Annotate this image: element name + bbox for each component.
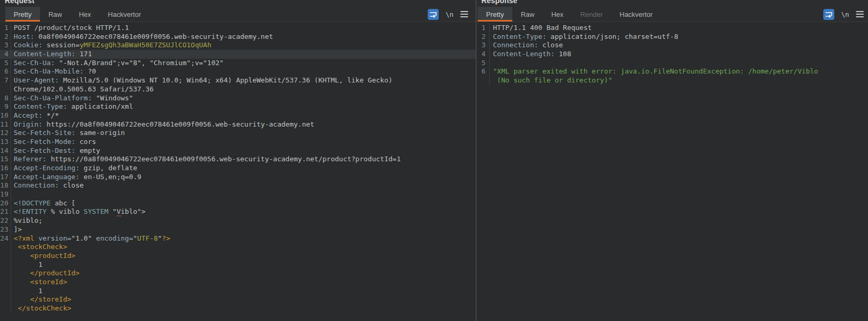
code-line-text: 1: [11, 287, 43, 296]
code-line: 11Origin: https://0a8f0049046722eec07846…: [0, 120, 476, 129]
code-line: 21<!ENTITY % viblo SYSTEM "Viblo">: [0, 208, 476, 216]
line-number: 10: [0, 111, 11, 120]
request-tabs: PrettyRawHexHackvertor: [5, 7, 149, 22]
tab-pretty[interactable]: Pretty: [478, 7, 512, 22]
code-line-text: Content-Type: application/xml: [11, 102, 133, 111]
line-number: 3: [477, 41, 490, 50]
code-line-text: Accept: */*: [11, 111, 59, 120]
response-editor-toolbar: \n: [823, 7, 868, 22]
code-line: 16Accept-Encoding: gzip, deflate: [0, 164, 476, 173]
line-number: 5: [0, 59, 11, 68]
line-number: 2: [0, 33, 11, 42]
code-line: </productId>: [0, 269, 476, 278]
code-line: 7User-Agent: Mozilla/5.0 (Windows NT 10.…: [0, 76, 476, 85]
tab-hex[interactable]: Hex: [70, 7, 99, 22]
code-line-text: Sec-Ch-Ua: "-Not.A/Brand";v="8", "Chromi…: [11, 59, 224, 68]
line-number: [0, 261, 11, 270]
line-number: 4: [0, 50, 11, 59]
request-tab-bar: PrettyRawHexHackvertor \n: [0, 7, 476, 22]
code-line-text: Host: 0a8f0049046722eec078461e009f0056.w…: [11, 33, 273, 42]
word-wrap-icon[interactable]: [428, 9, 439, 20]
code-line: 20<!DOCTYPE abc [: [0, 199, 476, 208]
code-line-text: Sec-Fetch-Mode: cors: [11, 138, 96, 147]
line-number: 7: [0, 76, 11, 85]
code-line-text: "XML parser exited with error: java.io.F…: [490, 67, 818, 76]
line-number: 6: [477, 67, 490, 76]
menu-icon[interactable]: [856, 11, 864, 17]
line-number: [0, 252, 11, 261]
newline-toggle-icon[interactable]: \n: [446, 11, 453, 18]
line-number: [0, 269, 11, 278]
code-line-text: Accept-Language: en-US,en;q=0.9: [11, 173, 142, 182]
code-line: 2Content-Type: application/json; charset…: [477, 33, 868, 42]
code-line-text: <!ENTITY % viblo SYSTEM "Viblo">: [11, 208, 146, 216]
code-line-text: [490, 59, 493, 68]
response-editor[interactable]: 1HTTP/1.1 400 Bad Request2Content-Type: …: [477, 22, 868, 321]
code-line-text: User-Agent: Mozilla/5.0 (Windows NT 10.0…: [11, 76, 392, 85]
code-line: 13Sec-Fetch-Mode: cors: [0, 138, 476, 147]
response-panel-header: Response: [477, 0, 868, 7]
code-line: <productId>: [0, 252, 476, 261]
line-number: 24: [0, 234, 11, 243]
line-number: 8: [0, 94, 11, 103]
line-number: [0, 278, 11, 287]
tab-raw[interactable]: Raw: [40, 7, 70, 22]
code-line-text: Cookie: session=yMFEZsgQh3aBWaH50E7ZSUJl…: [11, 41, 211, 50]
line-number: 14: [0, 147, 11, 156]
line-number: 15: [0, 155, 11, 164]
line-number: 19: [0, 190, 11, 199]
code-line: 15Referer: https://0a8f0049046722eec0784…: [0, 155, 476, 164]
code-line: 3Cookie: session=yMFEZsgQh3aBWaH50E7ZSUJ…: [0, 41, 476, 50]
code-line: 17Accept-Language: en-US,en;q=0.9: [0, 173, 476, 182]
tab-render: Render: [572, 7, 611, 22]
response-panel-title: Response: [481, 0, 518, 5]
newline-toggle-icon[interactable]: \n: [841, 11, 849, 18]
menu-icon[interactable]: [460, 11, 468, 17]
request-panel-title: Request: [5, 0, 35, 5]
line-number: 2: [477, 33, 490, 42]
line-number: 3: [0, 41, 11, 50]
code-line-text: Sec-Ch-Ua-Platform: "Windows": [11, 94, 133, 103]
tab-hex[interactable]: Hex: [543, 7, 572, 22]
line-number: 23: [0, 225, 11, 234]
code-line-text: (No such file or directory)": [490, 76, 612, 85]
code-line-text: Connection: close: [490, 41, 563, 50]
code-line: 3Connection: close: [477, 41, 868, 50]
line-number: [0, 304, 11, 313]
code-line-text: Connection: close: [11, 181, 84, 190]
code-line-text: </productId>: [11, 269, 79, 278]
request-editor[interactable]: 1POST /product/stock HTTP/1.12Host: 0a8f…: [0, 22, 476, 321]
code-line: 24<?xml version="1.0" encoding="UTF-8"?>: [0, 234, 476, 243]
line-number: [0, 85, 11, 94]
code-line: 4Content-Length: 108: [477, 50, 868, 59]
code-line: 10Accept: */*: [0, 111, 476, 120]
code-line: Chrome/102.0.5005.63 Safari/537.36: [0, 85, 476, 94]
code-line: 8Sec-Ch-Ua-Platform: "Windows": [0, 94, 476, 103]
code-line: 5Sec-Ch-Ua: "-Not.A/Brand";v="8", "Chrom…: [0, 59, 476, 68]
code-line: 14Sec-Fetch-Dest: empty: [0, 147, 476, 156]
code-line: 1POST /product/stock HTTP/1.1: [0, 24, 476, 33]
tab-raw[interactable]: Raw: [512, 7, 543, 22]
code-line-text: HTTP/1.1 400 Bad Request: [490, 24, 592, 33]
code-line-text: Content-Length: 171: [11, 50, 92, 59]
code-line-text: <storeId>: [11, 278, 67, 287]
response-tabs: PrettyRawHexRenderHackvertor: [478, 7, 661, 22]
code-line: 1: [0, 261, 476, 270]
code-line: </stockCheck>: [0, 304, 476, 313]
line-number: 9: [0, 102, 11, 111]
code-line-text: %viblo;: [11, 216, 43, 225]
code-line-text: Content-Type: application/json; charset=…: [490, 33, 678, 42]
line-number: 11: [0, 120, 11, 129]
line-number: 6: [0, 67, 11, 76]
line-number: [477, 76, 490, 85]
tab-hackvertor[interactable]: Hackvertor: [99, 7, 149, 22]
code-line: 12Sec-Fetch-Site: same-origin: [0, 129, 476, 138]
line-number: 21: [0, 208, 11, 216]
code-line: 1: [0, 287, 476, 296]
code-line: 4Content-Length: 171: [0, 50, 476, 59]
tab-pretty[interactable]: Pretty: [5, 7, 40, 22]
code-line: 1HTTP/1.1 400 Bad Request: [477, 24, 868, 33]
code-line-text: <productId>: [11, 252, 75, 261]
tab-hackvertor[interactable]: Hackvertor: [611, 7, 661, 22]
word-wrap-icon[interactable]: [823, 9, 834, 20]
